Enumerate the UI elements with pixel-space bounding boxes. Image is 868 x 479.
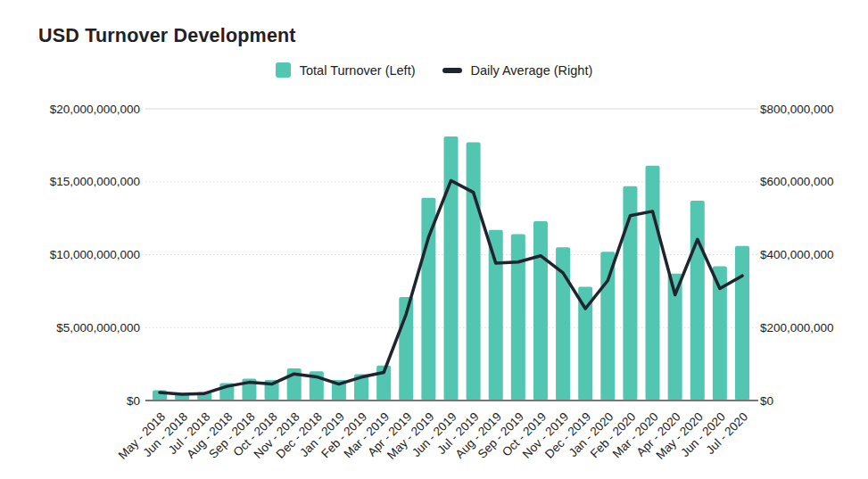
- left-axis-tick-label: $15,000,000,000: [50, 175, 140, 188]
- bar-Oct - 2019[interactable]: [533, 221, 548, 401]
- turnover-chart-svg: $0$0$5,000,000,000$200,000,000$10,000,00…: [0, 0, 868, 479]
- chart-plot-area: $0$0$5,000,000,000$200,000,000$10,000,00…: [0, 0, 868, 479]
- left-axis-tick-label: $0: [127, 394, 140, 408]
- chart-container: USD Turnover Development Total Turnover …: [0, 0, 868, 479]
- right-axis-tick-label: $0: [760, 394, 773, 408]
- left-axis-tick-label: $20,000,000,000: [50, 103, 140, 116]
- right-axis-tick-label: $400,000,000: [760, 248, 834, 261]
- left-axis-tick-label: $5,000,000,000: [56, 321, 140, 334]
- right-axis-tick-label: $600,000,000: [760, 175, 834, 188]
- bar-Mar - 2020[interactable]: [646, 166, 660, 401]
- bar-May - 2020[interactable]: [690, 201, 705, 401]
- bar-Jan - 2020[interactable]: [600, 252, 615, 401]
- right-axis-tick-label: $200,000,000: [760, 321, 834, 334]
- right-axis-tick-label: $800,000,000: [760, 103, 834, 116]
- bar-Jul - 2020[interactable]: [735, 246, 749, 401]
- bar-Jun - 2019[interactable]: [444, 136, 459, 401]
- bar-Aug - 2019[interactable]: [489, 230, 503, 401]
- left-axis-tick-label: $10,000,000,000: [50, 248, 140, 261]
- bar-Jul - 2019[interactable]: [467, 143, 481, 401]
